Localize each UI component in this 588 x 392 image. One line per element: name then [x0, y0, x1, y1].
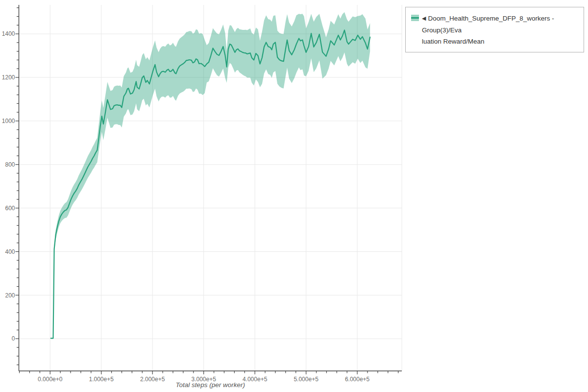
- y-tick-label: 1400: [2, 30, 15, 37]
- legend: ◀Doom_Health_Supreme_DFP_8_workers - Gro…: [405, 7, 584, 52]
- x-tick-label: 0.000e+0: [38, 376, 63, 383]
- confidence-band: [51, 12, 370, 339]
- legend-label: ◀Doom_Health_Supreme_DFP_8_workers - Gro…: [422, 13, 579, 47]
- y-tick-label: 200: [5, 292, 15, 299]
- x-tick-label: 4.000e+5: [243, 376, 268, 383]
- y-tick-label: 800: [5, 161, 15, 168]
- y-tick-label: 0: [12, 335, 15, 342]
- y-tick-label: 1200: [2, 74, 15, 81]
- legend-label-line2: luation Reward/Mean: [422, 36, 579, 47]
- x-axis-title: Total steps (per worker): [176, 381, 245, 389]
- y-tick-label: 400: [5, 248, 15, 255]
- x-tick-label: 2.000e+5: [140, 376, 165, 383]
- x-tick-label: 5.000e+5: [294, 376, 318, 383]
- y-tick-label: 1000: [2, 118, 15, 124]
- y-tick-labels: 0200400600800100012001400: [2, 30, 15, 342]
- chart-canvas: 0.000e+01.000e+52.000e+53.000e+54.000e+5…: [0, 0, 588, 392]
- y-tick-label: 600: [5, 205, 15, 212]
- x-tick-label: 6.000e+5: [345, 376, 370, 383]
- x-tick-label: 1.000e+5: [89, 376, 114, 383]
- series-band-swatch-icon: [411, 15, 419, 21]
- legend-label-line1: ◀Doom_Health_Supreme_DFP_8_workers - Gro…: [422, 13, 579, 36]
- collapse-triangle-icon: ◀: [422, 13, 426, 24]
- legend-label-text-1: Doom_Health_Supreme_DFP_8_workers - Grou…: [422, 15, 554, 34]
- reward-plot-area[interactable]: 0.000e+01.000e+52.000e+53.000e+54.000e+5…: [0, 0, 588, 392]
- legend-item-doom-health[interactable]: ◀Doom_Health_Supreme_DFP_8_workers - Gro…: [411, 13, 579, 47]
